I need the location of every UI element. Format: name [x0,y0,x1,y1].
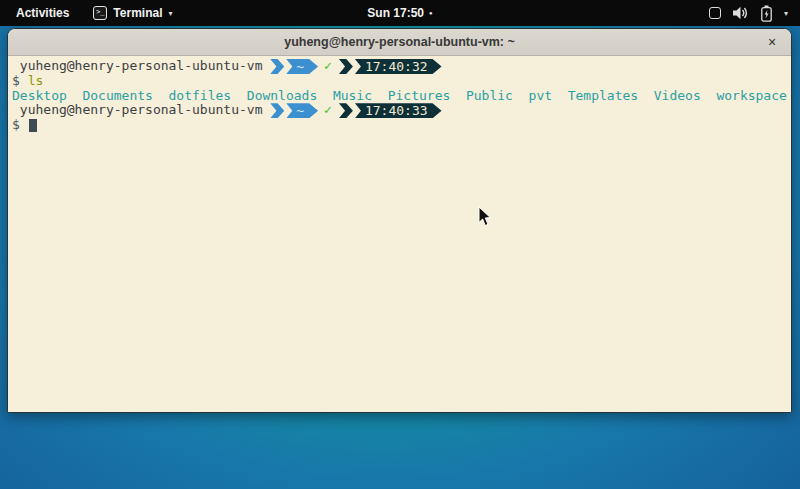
chevron-down-icon: ▾ [784,9,788,18]
prompt-time-segment: 17:40:32 [355,59,442,74]
status-check-icon: ✓ [324,59,332,74]
close-icon[interactable]: × [763,33,781,51]
terminal-screen[interactable]: yuheng@henry-personal-ubuntu-vm ~ ✓ 17:4… [8,56,791,413]
command-line: $ ls [12,74,787,89]
prompt-host: yuheng@henry-personal-ubuntu-vm [12,59,270,74]
input-line: $ [12,118,787,133]
system-status-area[interactable]: ▾ [709,0,792,26]
app-menu-label: Terminal [113,6,162,20]
prompt-char: $ [12,74,20,89]
clock-button[interactable]: Sun 17:50 [367,6,424,20]
powerline-chevron-icon [339,59,353,74]
prompt-char: $ [12,118,20,133]
activities-button[interactable]: Activities [12,6,73,20]
powerline-chevron-icon [270,59,284,74]
terminal-icon: >_ [93,6,107,20]
window-titlebar[interactable]: yuheng@henry-personal-ubuntu-vm: ~ × [8,29,791,56]
prompt-cwd-segment: ~ [286,103,318,118]
terminal-window: yuheng@henry-personal-ubuntu-vm: ~ × yuh… [7,28,792,413]
top-bar: Activities >_ Terminal ▾ Sun 17:50 ● ▾ [0,0,800,26]
app-menu-button[interactable]: >_ Terminal ▾ [93,6,172,20]
powerline-chevron-icon [339,103,353,118]
status-check-icon: ✓ [324,103,332,118]
prompt-time-segment: 17:40:33 [355,103,442,118]
output-line: Desktop Documents dotfiles Downloads Mus… [12,89,787,104]
command-text: ls [28,74,44,89]
prompt-cwd-segment: ~ [286,59,318,74]
terminal-cursor [29,119,37,132]
notification-dot-icon: ● [429,10,433,16]
mouse-pointer-icon [478,206,492,227]
window-title: yuheng@henry-personal-ubuntu-vm: ~ [284,35,515,49]
prompt-line: yuheng@henry-personal-ubuntu-vm ~ ✓ 17:4… [12,103,787,118]
prompt-host: yuheng@henry-personal-ubuntu-vm [12,103,270,118]
volume-icon [732,6,749,20]
prompt-line: yuheng@henry-personal-ubuntu-vm ~ ✓ 17:4… [12,59,787,74]
powerline-chevron-icon [270,103,284,118]
directory-listing: Desktop Documents dotfiles Downloads Mus… [12,89,787,104]
chevron-down-icon: ▾ [168,9,172,18]
battery-charging-icon [760,5,773,22]
screen-icon [709,7,721,19]
